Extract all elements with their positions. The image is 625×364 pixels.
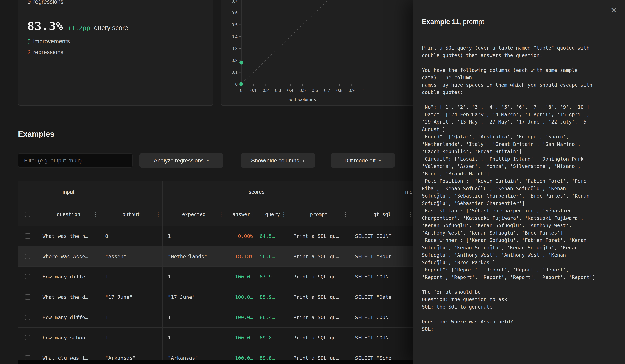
row-checkbox[interactable]: [25, 315, 31, 320]
cell-answer[interactable]: 100.0…: [225, 328, 257, 348]
group-header-input: input: [37, 181, 100, 202]
column-menu-icon[interactable]: ⋮: [281, 212, 286, 217]
column-header-question[interactable]: question⋮: [37, 203, 100, 226]
column-header-expected[interactable]: expected⋮: [163, 203, 226, 226]
data-point: [239, 82, 243, 86]
x-tick-label: 1: [363, 88, 365, 93]
cell-question[interactable]: How many diffe…: [37, 267, 100, 287]
select-all-checkbox[interactable]: [25, 212, 31, 217]
x-tick-label: 0: [240, 88, 242, 93]
data-point: [239, 61, 243, 64]
cell-question[interactable]: What was the d…: [37, 287, 100, 307]
cell-expected[interactable]: 1: [163, 328, 226, 348]
column-menu-icon[interactable]: ⋮: [343, 212, 348, 217]
score-row: 83.3% +1.2pp query score: [27, 20, 128, 33]
diff-mode-label: Diff mode off: [344, 157, 376, 164]
column-menu-icon[interactable]: ⋮: [250, 212, 255, 217]
column-header-label: gt_sql: [373, 212, 391, 217]
row-checkbox[interactable]: [25, 274, 31, 280]
x-tick-label: 0.2: [263, 88, 269, 93]
x-tick-label: 0.8: [336, 88, 343, 93]
column-header-query[interactable]: query⋮: [257, 203, 288, 226]
cell-output[interactable]: 1: [100, 307, 163, 327]
cell-answer[interactable]: 18.18%: [225, 246, 257, 266]
row-checkbox[interactable]: [25, 254, 31, 259]
cell-question[interactable]: How many diffe…: [37, 307, 100, 327]
row-checkbox[interactable]: [25, 294, 31, 300]
cell-question[interactable]: What was the n…: [37, 226, 100, 246]
column-header-gt_sql[interactable]: gt_sql⋮: [350, 203, 415, 226]
cell-answer[interactable]: 100.0…: [225, 287, 257, 307]
column-header-output[interactable]: output⋮: [100, 203, 163, 226]
analyze-regressions-button[interactable]: Analyze regressions ▾: [139, 153, 223, 168]
cell-gt_sql[interactable]: SELECT "Date: [350, 287, 415, 307]
cell-expected[interactable]: "Netherlands": [163, 246, 226, 266]
cell-prompt[interactable]: Print a SQL qu…: [288, 328, 350, 348]
column-header-label: prompt: [310, 212, 328, 217]
column-menu-icon[interactable]: ⋮: [156, 212, 161, 217]
cell-query[interactable]: 64.5…: [257, 226, 288, 246]
cell-question[interactable]: how many schoo…: [37, 328, 100, 348]
row-select-cell: [18, 267, 37, 287]
group-header-spacer: [18, 181, 37, 202]
cell-prompt[interactable]: Print a SQL qu…: [288, 307, 350, 327]
cell-prompt[interactable]: Print a SQL qu…: [288, 246, 350, 266]
show-hide-columns-label: Show/hide columns: [251, 157, 299, 164]
row-checkbox[interactable]: [25, 233, 31, 239]
cell-question[interactable]: Where was Asse…: [37, 246, 100, 266]
cell-output[interactable]: "17 June": [100, 287, 163, 307]
group-label: scores: [249, 189, 264, 195]
column-menu-icon[interactable]: ⋮: [93, 212, 98, 217]
cell-gt_sql[interactable]: SELECT COUNT: [350, 226, 415, 246]
cell-output[interactable]: 1: [100, 328, 163, 348]
cell-query[interactable]: 56.6…: [257, 246, 288, 266]
cell-expected[interactable]: 1: [163, 226, 226, 246]
summary-card: 0 regressions 83.3% +1.2pp query score 5…: [18, 0, 213, 106]
column-header-answer[interactable]: answer⋮: [225, 203, 257, 226]
cell-query[interactable]: 85.9…: [257, 287, 288, 307]
panel-title-field: prompt: [461, 18, 484, 26]
column-menu-icon[interactable]: ⋮: [219, 212, 223, 217]
x-tick-label: 0.3: [275, 88, 281, 93]
column-header-prompt[interactable]: prompt⋮: [288, 203, 350, 226]
prompt-text: Print a SQL query (over a table named "t…: [422, 44, 617, 333]
column-header-label: query: [265, 212, 280, 217]
detail-panel: ✕ Example 11, prompt Print a SQL query (…: [413, 0, 625, 364]
filter-input[interactable]: [18, 153, 133, 168]
cell-prompt[interactable]: Print a SQL qu…: [288, 226, 350, 246]
cell-answer[interactable]: 100.0…: [225, 307, 257, 327]
row-select-cell: [18, 287, 37, 307]
close-icon[interactable]: ✕: [611, 6, 617, 14]
cell-prompt[interactable]: Print a SQL qu…: [288, 287, 350, 307]
column-menu-icon[interactable]: ⋮: [408, 212, 413, 217]
cell-query[interactable]: 89.8…: [257, 328, 288, 348]
cell-answer[interactable]: 100.0…: [225, 267, 257, 287]
cell-gt_sql[interactable]: SELECT COUNT: [350, 307, 415, 327]
cell-gt_sql[interactable]: SELECT COUNT: [350, 328, 415, 348]
cell-output[interactable]: "Assen": [100, 246, 163, 266]
diff-mode-button[interactable]: Diff mode off ▾: [331, 153, 395, 168]
horizontal-scrollbar[interactable]: [18, 360, 413, 364]
y-tick-label: 0.5: [231, 23, 238, 27]
score-label: query score: [94, 24, 128, 31]
cell-gt_sql[interactable]: SELECT "Rour: [350, 246, 415, 266]
cell-answer[interactable]: 0.00%: [225, 226, 257, 246]
row-select-cell: [18, 307, 37, 327]
cell-expected[interactable]: "17 June": [163, 287, 226, 307]
x-axis-label: with-columns: [289, 97, 316, 102]
cell-query[interactable]: 86.4…: [257, 307, 288, 327]
row-select-cell: [18, 328, 37, 348]
row-select-cell: [18, 226, 37, 246]
examples-heading: Examples: [18, 130, 54, 139]
cell-prompt[interactable]: Print a SQL qu…: [288, 267, 350, 287]
show-hide-columns-button[interactable]: Show/hide columns ▾: [241, 153, 315, 168]
cell-expected[interactable]: 1: [163, 267, 226, 287]
cell-output[interactable]: 1: [100, 267, 163, 287]
group-header-scores: scores: [225, 181, 288, 202]
cell-query[interactable]: 83.9…: [257, 267, 288, 287]
cell-output[interactable]: 0: [100, 226, 163, 246]
y-tick-label: 0: [235, 82, 238, 87]
cell-expected[interactable]: 1: [163, 307, 226, 327]
row-checkbox[interactable]: [25, 335, 31, 340]
cell-gt_sql[interactable]: SELECT COUNT: [350, 267, 415, 287]
